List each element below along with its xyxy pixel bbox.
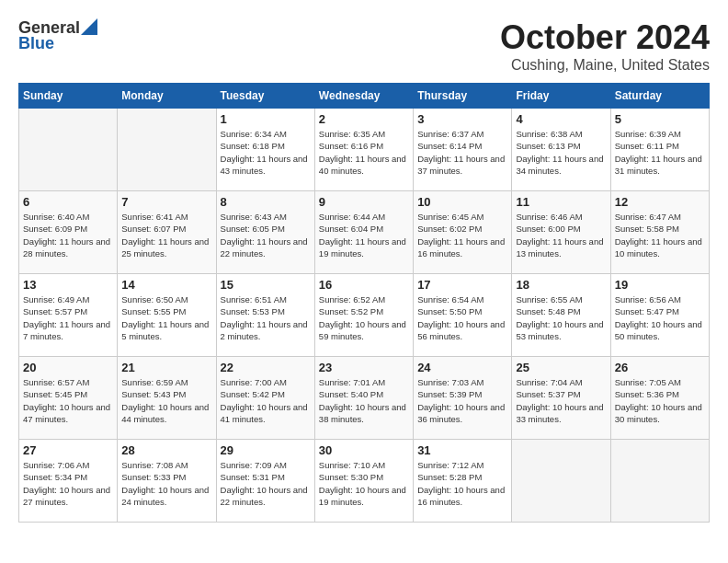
day-number: 24	[417, 361, 507, 374]
calendar-week-row: 13Sunrise: 6:49 AMSunset: 5:57 PMDayligh…	[19, 274, 710, 357]
day-info: Sunrise: 6:56 AMSunset: 5:47 PMDaylight:…	[615, 293, 705, 342]
calendar-cell: 13Sunrise: 6:49 AMSunset: 5:57 PMDayligh…	[19, 274, 118, 357]
day-info: Sunrise: 6:43 AMSunset: 6:05 PMDaylight:…	[221, 211, 311, 259]
weekday-header-monday: Monday	[118, 84, 216, 109]
day-number: 11	[516, 195, 606, 209]
day-info: Sunrise: 6:47 AMSunset: 5:58 PMDaylight:…	[615, 211, 705, 259]
day-number: 3	[417, 112, 507, 126]
calendar-cell	[118, 109, 216, 191]
calendar-cell: 21Sunrise: 6:59 AMSunset: 5:43 PMDayligh…	[118, 357, 216, 440]
day-number: 8	[221, 195, 311, 209]
day-info: Sunrise: 6:34 AMSunset: 6:18 PMDaylight:…	[221, 128, 311, 177]
weekday-header-friday: Friday	[512, 84, 610, 109]
day-number: 31	[417, 443, 507, 457]
day-number: 23	[319, 361, 409, 374]
day-info: Sunrise: 6:35 AMSunset: 6:16 PMDaylight:…	[319, 128, 409, 177]
day-info: Sunrise: 6:38 AMSunset: 6:13 PMDaylight:…	[516, 128, 606, 177]
logo: General Blue	[18, 18, 97, 53]
calendar-cell: 16Sunrise: 6:52 AMSunset: 5:52 PMDayligh…	[314, 274, 413, 357]
weekday-header-sunday: Sunday	[19, 84, 118, 109]
calendar-cell: 11Sunrise: 6:46 AMSunset: 6:00 PMDayligh…	[512, 191, 610, 274]
day-info: Sunrise: 7:05 AMSunset: 5:36 PMDaylight:…	[615, 376, 705, 425]
day-number: 30	[319, 443, 409, 457]
day-info: Sunrise: 6:57 AMSunset: 5:45 PMDaylight:…	[23, 376, 113, 425]
day-info: Sunrise: 6:45 AMSunset: 6:02 PMDaylight:…	[417, 211, 507, 259]
day-info: Sunrise: 7:08 AMSunset: 5:33 PMDaylight:…	[121, 459, 211, 508]
calendar-cell: 12Sunrise: 6:47 AMSunset: 5:58 PMDayligh…	[610, 191, 709, 274]
calendar-cell: 3Sunrise: 6:37 AMSunset: 6:14 PMDaylight…	[414, 109, 512, 191]
calendar-cell: 5Sunrise: 6:39 AMSunset: 6:11 PMDaylight…	[610, 109, 709, 191]
day-info: Sunrise: 7:00 AMSunset: 5:42 PMDaylight:…	[221, 376, 311, 425]
calendar-cell: 24Sunrise: 7:03 AMSunset: 5:39 PMDayligh…	[414, 357, 512, 440]
calendar-cell	[610, 440, 709, 523]
day-number: 5	[615, 112, 705, 126]
day-number: 4	[516, 112, 606, 126]
logo-triangle-icon	[81, 18, 97, 35]
day-number: 21	[121, 361, 211, 374]
day-number: 19	[615, 278, 705, 292]
day-number: 16	[319, 278, 409, 292]
calendar-cell: 17Sunrise: 6:54 AMSunset: 5:50 PMDayligh…	[414, 274, 512, 357]
calendar-cell: 20Sunrise: 6:57 AMSunset: 5:45 PMDayligh…	[19, 357, 118, 440]
day-number: 1	[221, 112, 311, 126]
calendar-cell: 4Sunrise: 6:38 AMSunset: 6:13 PMDaylight…	[512, 109, 610, 191]
day-info: Sunrise: 7:01 AMSunset: 5:40 PMDaylight:…	[319, 376, 409, 425]
weekday-header-tuesday: Tuesday	[216, 84, 314, 109]
svg-marker-0	[81, 18, 97, 35]
day-info: Sunrise: 7:06 AMSunset: 5:34 PMDaylight:…	[23, 459, 113, 508]
calendar-cell: 30Sunrise: 7:10 AMSunset: 5:30 PMDayligh…	[314, 440, 413, 523]
calendar-cell: 2Sunrise: 6:35 AMSunset: 6:16 PMDaylight…	[314, 109, 413, 191]
day-number: 28	[121, 443, 211, 457]
weekday-header-saturday: Saturday	[610, 84, 709, 109]
calendar-cell: 8Sunrise: 6:43 AMSunset: 6:05 PMDaylight…	[216, 191, 314, 274]
title-section: October 2024 Cushing, Maine, United Stat…	[500, 18, 710, 74]
day-number: 6	[23, 195, 113, 209]
day-info: Sunrise: 6:44 AMSunset: 6:04 PMDaylight:…	[319, 211, 409, 259]
calendar-body: 1Sunrise: 6:34 AMSunset: 6:18 PMDaylight…	[19, 109, 710, 523]
weekday-header-thursday: Thursday	[414, 84, 512, 109]
day-number: 7	[121, 195, 211, 209]
day-number: 2	[319, 112, 409, 126]
day-number: 26	[615, 361, 705, 374]
day-info: Sunrise: 7:10 AMSunset: 5:30 PMDaylight:…	[319, 459, 409, 508]
day-info: Sunrise: 7:12 AMSunset: 5:28 PMDaylight:…	[417, 459, 507, 508]
day-info: Sunrise: 6:49 AMSunset: 5:57 PMDaylight:…	[23, 293, 113, 342]
day-info: Sunrise: 6:39 AMSunset: 6:11 PMDaylight:…	[615, 128, 705, 177]
calendar-week-row: 20Sunrise: 6:57 AMSunset: 5:45 PMDayligh…	[19, 357, 710, 440]
day-info: Sunrise: 7:03 AMSunset: 5:39 PMDaylight:…	[417, 376, 507, 425]
logo-blue-text: Blue	[18, 34, 54, 53]
calendar-cell: 31Sunrise: 7:12 AMSunset: 5:28 PMDayligh…	[414, 440, 512, 523]
day-number: 29	[221, 443, 311, 457]
calendar-week-row: 1Sunrise: 6:34 AMSunset: 6:18 PMDaylight…	[19, 109, 710, 191]
calendar-cell: 27Sunrise: 7:06 AMSunset: 5:34 PMDayligh…	[19, 440, 118, 523]
day-number: 12	[615, 195, 705, 209]
calendar-cell: 10Sunrise: 6:45 AMSunset: 6:02 PMDayligh…	[414, 191, 512, 274]
day-number: 13	[23, 278, 113, 292]
calendar-cell: 7Sunrise: 6:41 AMSunset: 6:07 PMDaylight…	[118, 191, 216, 274]
day-info: Sunrise: 6:55 AMSunset: 5:48 PMDaylight:…	[516, 293, 606, 342]
calendar-cell: 18Sunrise: 6:55 AMSunset: 5:48 PMDayligh…	[512, 274, 610, 357]
calendar-header-row: SundayMondayTuesdayWednesdayThursdayFrid…	[19, 84, 710, 109]
month-title: October 2024	[500, 18, 710, 57]
calendar-cell: 28Sunrise: 7:08 AMSunset: 5:33 PMDayligh…	[118, 440, 216, 523]
day-info: Sunrise: 6:54 AMSunset: 5:50 PMDaylight:…	[417, 293, 507, 342]
day-info: Sunrise: 6:46 AMSunset: 6:00 PMDaylight:…	[516, 211, 606, 259]
calendar-cell: 6Sunrise: 6:40 AMSunset: 6:09 PMDaylight…	[19, 191, 118, 274]
calendar-cell: 1Sunrise: 6:34 AMSunset: 6:18 PMDaylight…	[216, 109, 314, 191]
day-number: 9	[319, 195, 409, 209]
day-info: Sunrise: 6:41 AMSunset: 6:07 PMDaylight:…	[121, 211, 211, 259]
calendar-cell: 29Sunrise: 7:09 AMSunset: 5:31 PMDayligh…	[216, 440, 314, 523]
calendar-table: SundayMondayTuesdayWednesdayThursdayFrid…	[18, 83, 710, 523]
calendar-cell: 25Sunrise: 7:04 AMSunset: 5:37 PMDayligh…	[512, 357, 610, 440]
calendar-cell	[512, 440, 610, 523]
day-number: 18	[516, 278, 606, 292]
day-info: Sunrise: 7:04 AMSunset: 5:37 PMDaylight:…	[516, 376, 606, 425]
day-number: 10	[417, 195, 507, 209]
calendar-cell: 15Sunrise: 6:51 AMSunset: 5:53 PMDayligh…	[216, 274, 314, 357]
calendar-cell: 26Sunrise: 7:05 AMSunset: 5:36 PMDayligh…	[610, 357, 709, 440]
weekday-header-wednesday: Wednesday	[314, 84, 413, 109]
calendar-cell: 19Sunrise: 6:56 AMSunset: 5:47 PMDayligh…	[610, 274, 709, 357]
calendar-cell: 14Sunrise: 6:50 AMSunset: 5:55 PMDayligh…	[118, 274, 216, 357]
day-info: Sunrise: 6:52 AMSunset: 5:52 PMDaylight:…	[319, 293, 409, 342]
day-number: 22	[221, 361, 311, 374]
